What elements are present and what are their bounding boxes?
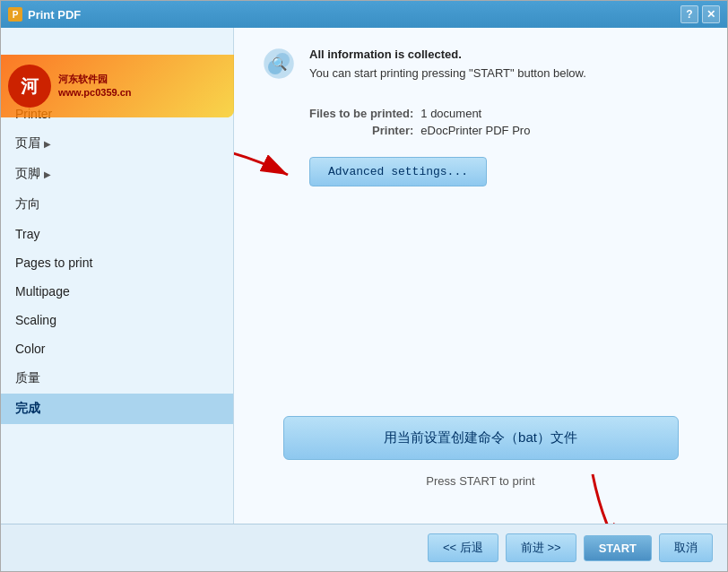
- cancel-button[interactable]: 取消: [659, 533, 713, 562]
- sidebar-item-color-label: Color: [15, 342, 45, 356]
- sidebar-item-multipage[interactable]: Multipage: [1, 277, 233, 306]
- bat-section: 用当前设置创建命令（bat）文件: [261, 416, 700, 474]
- sidebar-item-orientation[interactable]: 方向: [1, 189, 233, 220]
- sidebar-item-orientation-label: 方向: [15, 196, 40, 212]
- watermark-text: 河东软件园 www.pc0359.cn: [58, 73, 132, 100]
- files-label: Files to be printed:: [309, 105, 420, 122]
- press-start-text: Press START to print: [261, 474, 700, 488]
- footer: << 后退 前进 >> START 取消: [1, 524, 727, 571]
- sidebar-item-tray[interactable]: Tray: [1, 220, 233, 248]
- close-button[interactable]: ✕: [702, 5, 720, 23]
- chevron-right-icon: ▶: [44, 169, 51, 179]
- sidebar-item-page-footer-label: 页脚: [15, 166, 40, 182]
- chevron-right-icon: ▶: [44, 139, 51, 149]
- advanced-section: Advanced settings...: [261, 157, 700, 213]
- sidebar-item-pages-to-print-label: Pages to print: [15, 256, 92, 270]
- title-bar: P Print PDF ? ✕: [1, 1, 727, 28]
- printer-value: eDocPrinter PDF Pro: [420, 122, 537, 139]
- info-icon: 🔍: [261, 46, 297, 82]
- advanced-settings-button[interactable]: Advanced settings...: [309, 157, 487, 186]
- sidebar-item-multipage-label: Multipage: [15, 284, 70, 299]
- info-line2: You can start printing pressing "START" …: [309, 65, 586, 83]
- sidebar-item-scaling-label: Scaling: [15, 313, 56, 327]
- sidebar-item-page-header[interactable]: 页眉 ▶: [1, 128, 233, 159]
- sidebar-item-page-footer[interactable]: 页脚 ▶: [1, 159, 233, 189]
- sidebar-item-scaling[interactable]: Scaling: [1, 306, 233, 334]
- info-line1: All information is collected.: [309, 46, 586, 65]
- help-button[interactable]: ?: [680, 5, 698, 23]
- window-title: Print PDF: [28, 8, 81, 22]
- title-bar-controls: ? ✕: [680, 5, 720, 23]
- sidebar-item-finish-label: 完成: [15, 401, 40, 417]
- watermark-line2: www.pc0359.cn: [58, 86, 132, 100]
- print-details: Files to be printed: 1 document Printer:…: [309, 105, 700, 139]
- sidebar-item-pages-to-print[interactable]: Pages to print: [1, 248, 233, 277]
- sidebar-item-tray-label: Tray: [15, 227, 39, 241]
- red-arrow-2: [539, 465, 646, 524]
- watermark: 河 河东软件园 www.pc0359.cn: [1, 55, 234, 117]
- watermark-logo: 河: [8, 65, 51, 108]
- window-body: 河 河东软件园 www.pc0359.cn Printer 页眉 ▶ 页脚 ▶ …: [1, 28, 727, 524]
- watermark-line1: 河东软件园: [58, 73, 132, 86]
- start-button[interactable]: START: [584, 535, 652, 561]
- title-bar-left: P Print PDF: [8, 7, 81, 22]
- svg-text:🔍: 🔍: [272, 56, 288, 72]
- info-header: 🔍 All information is collected. You can …: [261, 46, 700, 83]
- sidebar-item-color[interactable]: Color: [1, 334, 233, 363]
- sidebar-item-page-header-label: 页眉: [15, 135, 40, 152]
- files-value: 1 document: [420, 105, 537, 122]
- main-content: 🔍 All information is collected. You can …: [234, 28, 727, 524]
- app-icon: P: [8, 7, 22, 22]
- back-button[interactable]: << 后退: [428, 533, 498, 562]
- printer-label: Printer:: [309, 122, 420, 139]
- sidebar-item-quality[interactable]: 质量: [1, 363, 233, 394]
- main-window: P Print PDF ? ✕ 河 河东软件园 www.pc0359.cn Pr…: [0, 0, 728, 572]
- sidebar-item-finish[interactable]: 完成: [1, 394, 233, 424]
- info-text: All information is collected. You can st…: [309, 46, 586, 83]
- sidebar-item-quality-label: 质量: [15, 370, 40, 386]
- create-bat-button[interactable]: 用当前设置创建命令（bat）文件: [283, 416, 679, 460]
- next-button[interactable]: 前进 >>: [506, 533, 576, 562]
- spacer: [261, 222, 700, 416]
- sidebar: 河 河东软件园 www.pc0359.cn Printer 页眉 ▶ 页脚 ▶ …: [1, 28, 234, 524]
